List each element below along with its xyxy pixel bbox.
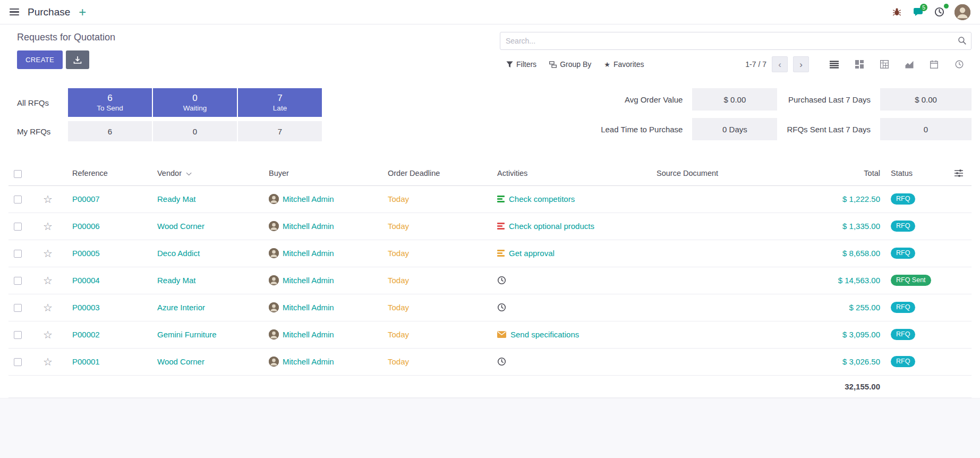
kpi-lead-time-label: Lead Time to Purchase <box>601 125 683 134</box>
activity-link[interactable]: Get approval <box>509 249 555 258</box>
vendor-link[interactable]: Deco Addict <box>157 249 200 258</box>
col-buyer[interactable]: Buyer <box>263 162 382 185</box>
app-name[interactable]: Purchase <box>28 6 70 18</box>
activity-view-icon[interactable] <box>947 55 972 73</box>
favorite-star-icon[interactable]: ☆ <box>43 193 53 205</box>
buyer-link[interactable]: Mitchell Admin <box>283 249 334 258</box>
favorites-button[interactable]: ★ Favorites <box>598 57 650 72</box>
tile-to-send[interactable]: 6 To Send <box>68 88 152 117</box>
table-row[interactable]: ☆ P00007 Ready Mat Mitchell Admin Today … <box>8 185 972 213</box>
table-row[interactable]: ☆ P00005 Deco Addict Mitchell Admin Toda… <box>8 240 972 267</box>
select-all-checkbox[interactable] <box>14 170 22 178</box>
status-badge: RFQ <box>891 193 915 205</box>
vendor-link[interactable]: Wood Corner <box>157 357 204 366</box>
table-row[interactable]: ☆ P00004 Ready Mat Mitchell Admin Today … <box>8 267 972 294</box>
col-vendor[interactable]: Vendor <box>152 162 263 185</box>
row-checkbox[interactable] <box>14 304 22 312</box>
reference-link[interactable]: P00003 <box>72 303 100 312</box>
reference-link[interactable]: P00005 <box>72 249 100 258</box>
clock-icon[interactable] <box>497 303 506 312</box>
search-input[interactable] <box>500 32 972 50</box>
export-button[interactable] <box>66 50 89 69</box>
my-late-count[interactable]: 7 <box>238 121 322 141</box>
col-status[interactable]: Status <box>885 162 949 185</box>
clock-icon[interactable] <box>497 276 506 285</box>
col-total[interactable]: Total <box>803 162 885 185</box>
order-deadline: Today <box>388 222 409 231</box>
activity-link[interactable]: Check optional products <box>509 222 594 231</box>
tasks-green-icon[interactable] <box>497 196 505 202</box>
row-checkbox[interactable] <box>14 277 22 285</box>
filters-button[interactable]: Filters <box>500 57 543 72</box>
favorite-star-icon[interactable]: ☆ <box>43 275 53 286</box>
row-checkbox[interactable] <box>14 196 22 203</box>
list-view-icon[interactable] <box>822 55 847 73</box>
buyer-link[interactable]: Mitchell Admin <box>283 357 334 366</box>
favorite-star-icon[interactable]: ☆ <box>43 220 53 232</box>
buyer-link[interactable]: Mitchell Admin <box>283 276 334 285</box>
table-row[interactable]: ☆ P00002 Gemini Furniture Mitchell Admin… <box>8 321 972 348</box>
row-checkbox[interactable] <box>14 250 22 258</box>
favorite-star-icon[interactable]: ☆ <box>43 248 53 259</box>
tasks-yellow-icon[interactable] <box>497 250 505 257</box>
reference-link[interactable]: P00001 <box>72 357 100 366</box>
my-to-send-count[interactable]: 6 <box>68 121 152 141</box>
buyer-link[interactable]: Mitchell Admin <box>283 303 334 312</box>
plus-icon[interactable]: + <box>79 6 86 19</box>
buyer-link[interactable]: Mitchell Admin <box>283 194 334 203</box>
row-checkbox[interactable] <box>14 223 22 231</box>
group-by-button[interactable]: Group By <box>543 57 598 72</box>
kanban-view-icon[interactable] <box>847 55 872 73</box>
pager-prev-button[interactable]: ‹ <box>772 56 788 72</box>
envelope-icon[interactable] <box>497 331 506 338</box>
my-waiting-count[interactable]: 0 <box>153 121 237 141</box>
tile-late[interactable]: 7 Late <box>238 88 322 117</box>
col-activities[interactable]: Activities <box>492 162 651 185</box>
optional-columns-button[interactable] <box>949 162 972 185</box>
tasks-red-icon[interactable] <box>497 223 505 230</box>
favorite-star-icon[interactable]: ☆ <box>43 302 53 313</box>
pager-next-button[interactable]: › <box>793 56 809 72</box>
activity-link[interactable]: Send specifications <box>510 330 579 339</box>
pivot-view-icon[interactable] <box>872 55 897 73</box>
reference-link[interactable]: P00002 <box>72 330 100 339</box>
favorite-star-icon[interactable]: ☆ <box>43 329 53 341</box>
buyer-link[interactable]: Mitchell Admin <box>283 330 334 339</box>
vendor-link[interactable]: Ready Mat <box>157 194 196 203</box>
calendar-view-icon[interactable] <box>922 55 947 73</box>
vendor-link[interactable]: Azure Interior <box>157 303 205 312</box>
vendor-link[interactable]: Wood Corner <box>157 222 204 231</box>
create-button[interactable]: CREATE <box>17 50 63 69</box>
bug-icon[interactable] <box>891 6 902 18</box>
reference-link[interactable]: P00004 <box>72 276 100 285</box>
rfq-list: Reference Vendor Buyer Order Deadline Ac… <box>0 146 980 398</box>
order-deadline: Today <box>388 194 409 203</box>
row-checkbox[interactable] <box>14 358 22 366</box>
order-deadline: Today <box>388 249 409 258</box>
activity-link[interactable]: Check competitors <box>509 194 575 203</box>
table-row[interactable]: ☆ P00006 Wood Corner Mitchell Admin Toda… <box>8 213 972 240</box>
graph-view-icon[interactable] <box>897 55 922 73</box>
pager-range: 1-7 / 7 <box>745 60 766 69</box>
tile-waiting[interactable]: 0 Waiting <box>153 88 237 117</box>
activity-clock-icon[interactable] <box>933 6 945 18</box>
col-order-deadline[interactable]: Order Deadline <box>382 162 492 185</box>
reference-link[interactable]: P00007 <box>72 194 100 203</box>
vendor-link[interactable]: Gemini Furniture <box>157 330 217 339</box>
col-source-document[interactable]: Source Document <box>651 162 803 185</box>
reference-link[interactable]: P00006 <box>72 222 100 231</box>
chat-icon[interactable]: 5 <box>912 6 924 18</box>
table-row[interactable]: ☆ P00003 Azure Interior Mitchell Admin T… <box>8 294 972 321</box>
favorite-star-icon[interactable]: ☆ <box>43 356 53 368</box>
buyer-link[interactable]: Mitchell Admin <box>283 222 334 231</box>
sort-caret-icon <box>186 171 192 176</box>
row-checkbox[interactable] <box>14 331 22 339</box>
clock-icon[interactable] <box>497 357 506 366</box>
user-avatar[interactable] <box>955 4 970 20</box>
table-row[interactable]: ☆ P00001 Wood Corner Mitchell Admin Toda… <box>8 348 972 375</box>
col-reference[interactable]: Reference <box>67 162 152 185</box>
vendor-link[interactable]: Ready Mat <box>157 276 196 285</box>
search-icon[interactable] <box>958 36 967 45</box>
menu-hamburger-icon[interactable] <box>10 9 19 15</box>
kpi-grid: Avg Order Value $ 0.00 Purchased Last 7 … <box>601 88 972 140</box>
